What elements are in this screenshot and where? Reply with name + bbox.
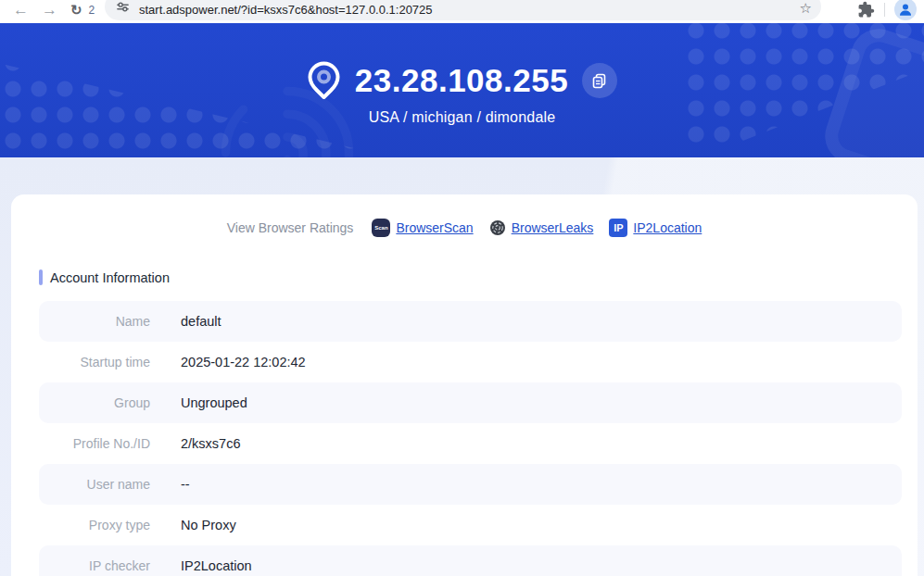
- row-label: IP checker: [39, 558, 150, 573]
- ip-banner: 23.28.108.255 USA / michigan / dimondale: [0, 23, 924, 157]
- account-rows: Name default Startup time 2025-01-22 12:…: [39, 301, 902, 576]
- ip2location-link-text[interactable]: IP2Location: [633, 220, 702, 235]
- site-settings-icon[interactable]: [116, 0, 130, 14]
- url-text[interactable]: start.adspower.net/?id=ksxs7c6&host=127.…: [139, 3, 800, 17]
- row-label: Profile No./ID: [39, 436, 150, 451]
- row-label: Group: [39, 395, 150, 410]
- link-browserleaks[interactable]: BrowserLeaks: [489, 219, 594, 236]
- ip-address: 23.28.108.255: [355, 62, 568, 99]
- row-value: No Proxy: [181, 518, 236, 532]
- forward-icon[interactable]: →: [42, 2, 57, 18]
- toolbar-divider: [884, 3, 885, 17]
- browserscan-icon: Scan: [372, 219, 390, 237]
- row-value: IP2Location: [181, 558, 252, 573]
- address-bar[interactable]: start.adspower.net/?id=ksxs7c6&host=127.…: [105, 0, 821, 20]
- page-background: View Browser Ratings Scan BrowserScan Br…: [0, 157, 924, 576]
- person-icon: [897, 1, 914, 18]
- browser-toolbar: ← → ↻ 2 start.adspower.net/?id=ksxs7c6&h…: [0, 0, 924, 23]
- row-label: Name: [39, 314, 150, 329]
- ip2location-icon: IP: [609, 219, 627, 237]
- section-accent-bar: [39, 269, 43, 285]
- row-value: Ungrouped: [181, 395, 247, 410]
- profile-avatar[interactable]: [894, 0, 917, 20]
- link-browserscan[interactable]: Scan BrowserScan: [372, 219, 473, 237]
- row-value: 2/ksxs7c6: [181, 436, 240, 451]
- account-row: User name --: [39, 464, 902, 505]
- row-value: 2025-01-22 12:02:42: [181, 355, 306, 369]
- account-row: Name default: [39, 301, 902, 342]
- location-pin-icon: [307, 61, 341, 100]
- account-row: IP checker IP2Location: [39, 545, 902, 576]
- ratings-label: View Browser Ratings: [227, 220, 354, 235]
- account-row: Proxy type No Proxy: [39, 505, 902, 545]
- browserleaks-link-text[interactable]: BrowserLeaks: [512, 220, 594, 235]
- ip-location: USA / michigan / dimondale: [369, 109, 556, 126]
- bookmark-star-icon[interactable]: ☆: [800, 0, 812, 17]
- info-card: View Browser Ratings Scan BrowserScan Br…: [11, 194, 918, 576]
- link-ip2location[interactable]: IP IP2Location: [609, 219, 702, 237]
- account-row: Group Ungrouped: [39, 382, 902, 423]
- profile-number-badge: 2: [89, 4, 95, 17]
- browserscan-link-text[interactable]: BrowserScan: [396, 220, 473, 235]
- copy-icon: [590, 71, 609, 90]
- row-label: Startup time: [39, 355, 150, 369]
- account-row: Startup time 2025-01-22 12:02:42: [39, 342, 902, 382]
- copy-ip-button[interactable]: [582, 63, 617, 98]
- account-row: Profile No./ID 2/ksxs7c6: [39, 423, 902, 464]
- reload-icon[interactable]: ↻: [70, 3, 82, 17]
- row-label: User name: [39, 477, 150, 492]
- row-value: --: [181, 477, 190, 492]
- back-icon[interactable]: ←: [13, 2, 29, 18]
- browserleaks-fingerprint-icon: [489, 219, 506, 236]
- row-label: Proxy type: [39, 518, 150, 532]
- section-title: Account Information: [50, 270, 170, 285]
- account-info-header: Account Information: [39, 269, 918, 285]
- row-value: default: [181, 314, 222, 329]
- browser-ratings-row: View Browser Ratings Scan BrowserScan Br…: [11, 217, 918, 239]
- extensions-icon[interactable]: [857, 1, 875, 19]
